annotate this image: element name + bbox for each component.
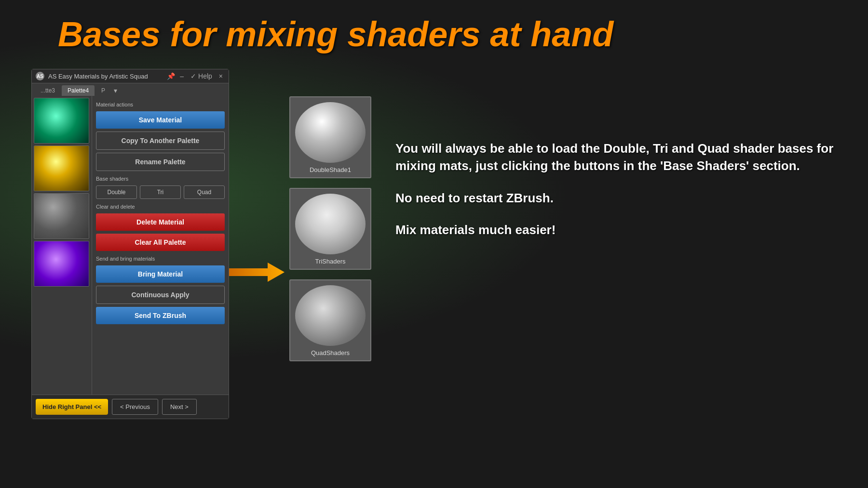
base-shaders-group: Double Tri Quad bbox=[96, 185, 225, 199]
help-button[interactable]: ✓ Help bbox=[189, 72, 214, 80]
tab-palette4[interactable]: Palette4 bbox=[62, 85, 95, 96]
palette-strip bbox=[32, 96, 92, 395]
send-bring-label: Send and bring materials bbox=[96, 256, 225, 262]
description-area: You will always be able to load the Doub… bbox=[395, 140, 849, 239]
send-to-zbrush-button[interactable]: Send To ZBrush bbox=[96, 307, 225, 324]
close-button[interactable]: × bbox=[217, 72, 225, 80]
clear-all-palette-button[interactable]: Clear All Palette bbox=[96, 234, 225, 251]
shader-card-double[interactable]: DoubleShade1 bbox=[289, 96, 371, 178]
titlebar-title: AS Easy Materials by Artistic Squad bbox=[48, 73, 148, 80]
description-line3: Mix materials much easier! bbox=[395, 221, 849, 238]
app-icon: AS bbox=[36, 72, 44, 80]
window-bottom: Hide Right Panel << < Previous Next > bbox=[32, 395, 229, 419]
tab-palette3[interactable]: ...tte3 bbox=[35, 85, 61, 96]
continuous-apply-button[interactable]: Continuous Apply bbox=[96, 286, 225, 304]
shader-sphere-tri bbox=[295, 194, 366, 254]
tabs-row: ...tte3 Palette4 P ▾ bbox=[32, 83, 229, 96]
palette-item-glass[interactable] bbox=[34, 193, 89, 239]
minimize-button[interactable]: – bbox=[178, 72, 186, 80]
page-title: Bases for mixing shaders at hand bbox=[58, 14, 613, 54]
tabs-more-icon[interactable]: ▾ bbox=[114, 87, 117, 94]
shader-card-tri[interactable]: TriShaders bbox=[289, 188, 371, 270]
shader-card-quad[interactable]: QuadShaders bbox=[289, 279, 371, 361]
base-tri-button[interactable]: Tri bbox=[140, 185, 181, 199]
description-line1: You will always be able to load the Doub… bbox=[395, 140, 849, 175]
shaders-area: DoubleShade1 TriShaders QuadShaders bbox=[289, 96, 371, 361]
hide-panel-button[interactable]: Hide Right Panel << bbox=[36, 399, 108, 415]
shader-label-quad: QuadShaders bbox=[311, 349, 350, 356]
arrow-icon bbox=[227, 263, 285, 282]
shader-label-tri: TriShaders bbox=[315, 258, 345, 265]
palette-item-yellow[interactable] bbox=[34, 145, 89, 191]
palette-item-purple[interactable] bbox=[34, 241, 89, 287]
shader-sphere-quad bbox=[295, 285, 366, 346]
material-actions-label: Material actions bbox=[96, 102, 225, 107]
titlebar-controls: 📌 – ✓ Help × bbox=[167, 72, 225, 80]
shader-sphere-double bbox=[295, 102, 366, 163]
actions-panel: Material actions Save Material Copy To A… bbox=[92, 96, 229, 395]
description-line2: No need to restart ZBrush. bbox=[395, 189, 849, 207]
clear-delete-label: Clear and delete bbox=[96, 204, 225, 210]
shader-label-double: DoubleShade1 bbox=[310, 166, 351, 173]
bring-material-button[interactable]: Bring Material bbox=[96, 265, 225, 283]
next-button[interactable]: Next > bbox=[162, 399, 197, 415]
plugin-window: AS AS Easy Materials by Artistic Squad 📌… bbox=[31, 69, 229, 419]
delete-material-button[interactable]: Delete Material bbox=[96, 213, 225, 231]
copy-to-palette-button[interactable]: Copy To Another Palette bbox=[96, 132, 225, 150]
save-material-button[interactable]: Save Material bbox=[96, 111, 225, 129]
arrow-container bbox=[227, 263, 285, 284]
base-shaders-label: Base shaders bbox=[96, 176, 225, 182]
window-titlebar: AS AS Easy Materials by Artistic Squad 📌… bbox=[32, 69, 229, 83]
window-content: Material actions Save Material Copy To A… bbox=[32, 96, 229, 395]
svg-marker-0 bbox=[227, 263, 285, 282]
pin-icon[interactable]: 📌 bbox=[167, 72, 175, 80]
titlebar-left: AS AS Easy Materials by Artistic Squad bbox=[36, 72, 148, 80]
base-quad-button[interactable]: Quad bbox=[184, 185, 225, 199]
base-double-button[interactable]: Double bbox=[96, 185, 137, 199]
palette-item-green[interactable] bbox=[34, 98, 89, 144]
tab-p[interactable]: P bbox=[95, 85, 111, 96]
rename-palette-button[interactable]: Rename Palette bbox=[96, 153, 225, 171]
previous-button[interactable]: < Previous bbox=[112, 399, 158, 415]
